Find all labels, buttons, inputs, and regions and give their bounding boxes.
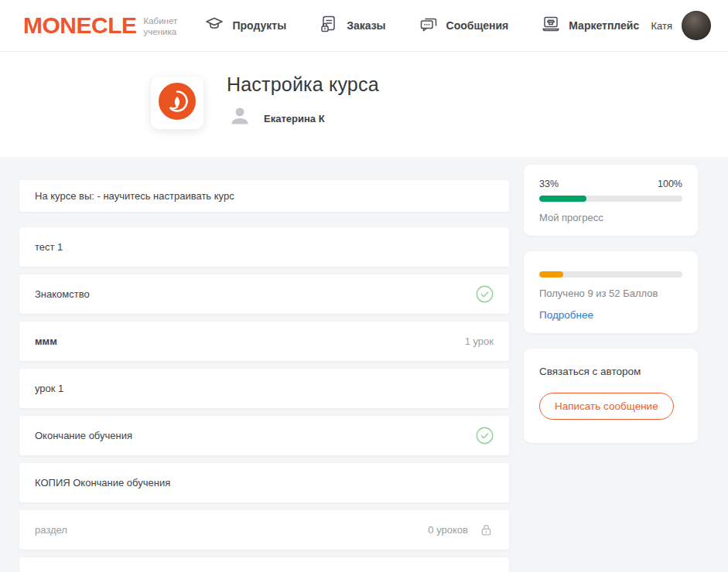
lesson-count: 0 уроков — [428, 524, 468, 536]
user-avatar[interactable] — [682, 11, 711, 40]
course-flame-leaf-icon — [159, 83, 196, 123]
logo-text: MONECLE — [23, 12, 137, 39]
course-progress-fill — [539, 196, 586, 202]
progress-current: 33% — [539, 179, 559, 189]
user-name: Катя — [651, 20, 672, 32]
lesson-title: На курсе вы: - научитесь настраивать кур… — [35, 190, 494, 202]
nav-item-messages[interactable]: Сообщения — [419, 14, 509, 37]
course-header: Настройка курса Екатерина К — [0, 52, 728, 157]
list-item-znakomstvo[interactable]: Знакомство — [19, 274, 509, 314]
logo-subtitle: Кабинет ученика — [144, 13, 178, 38]
list-item-mmm[interactable]: ммм 1 урок — [19, 322, 509, 361]
user-menu[interactable]: Катя — [651, 11, 711, 40]
points-label: Получено 9 из 52 Баллов — [539, 288, 682, 299]
lesson-title: раздел — [35, 524, 417, 536]
marketplace-icon — [541, 14, 561, 37]
page-title: Настройка курса — [227, 73, 379, 96]
nav-label-messages: Сообщения — [446, 19, 509, 32]
progress-percent-row: 33% 100% — [539, 179, 682, 189]
points-details-link[interactable]: Подробнее — [539, 309, 682, 321]
nav-label-orders: Заказы — [347, 19, 385, 32]
list-item-okonchanie[interactable]: Окончание обучения — [19, 416, 509, 455]
points-progress-bar — [539, 271, 682, 277]
lesson-title: Знакомство — [35, 288, 465, 300]
author-name: Екатерина К — [264, 113, 325, 124]
nav-item-orders[interactable]: Заказы — [319, 14, 385, 37]
write-message-button[interactable]: Написать сообщение — [539, 393, 674, 420]
list-item-test-1[interactable]: тест 1 — [19, 227, 509, 267]
progress-label: Мой прогресс — [539, 212, 682, 223]
orders-icon — [319, 14, 339, 37]
progress-card: 33% 100% Мой прогресс — [524, 165, 698, 236]
lesson-list: На курсе вы: - научитесь настраивать кур… — [19, 180, 509, 572]
lesson-count: 1 урок — [465, 335, 494, 347]
topbar: MONECLE Кабинет ученика Продукты — [0, 0, 728, 52]
lesson-title: ммм — [35, 335, 454, 347]
list-item-course-description[interactable]: На курсе вы: - научитесь настраивать кур… — [19, 180, 509, 212]
nav-label-marketplace: Маркетплейс — [569, 19, 639, 32]
graduation-cap-icon — [204, 14, 224, 37]
contact-card: Связаться с автором Написать сообщение — [524, 349, 698, 443]
completed-check-icon — [465, 427, 494, 444]
completed-check-icon — [465, 285, 494, 303]
author-avatar-icon — [227, 104, 253, 133]
logo[interactable]: MONECLE Кабинет ученика — [23, 12, 177, 39]
sidebar: 33% 100% Мой прогресс Получено 9 из 52 Б… — [524, 165, 698, 572]
course-progress-bar — [539, 196, 682, 202]
lesson-title: урок 1 — [35, 383, 494, 394]
course-logo-card — [151, 77, 203, 129]
author-row[interactable]: Екатерина К — [227, 104, 379, 133]
lesson-title: КОПИЯ Окончание обучения — [35, 477, 494, 489]
list-item-urok-1[interactable]: урок 1 — [19, 369, 509, 408]
top-navigation: Продукты Заказы — [200, 14, 643, 37]
progress-max: 100% — [658, 179, 682, 189]
contact-title: Связаться с автором — [539, 366, 682, 377]
points-card: Получено 9 из 52 Баллов Подробнее — [524, 251, 698, 333]
list-item-kopiya-okonchanie[interactable]: КОПИЯ Окончание обучения — [19, 463, 509, 502]
points-progress-fill — [539, 271, 563, 277]
lesson-title: тест 1 — [35, 241, 494, 253]
list-item-partial[interactable] — [19, 557, 509, 572]
nav-label-products: Продукты — [232, 19, 286, 32]
list-item-razdel[interactable]: раздел 0 уроков — [19, 510, 509, 550]
nav-item-marketplace[interactable]: Маркетплейс — [541, 14, 639, 37]
main-content: На курсе вы: - научитесь настраивать кур… — [0, 157, 728, 572]
nav-item-products[interactable]: Продукты — [204, 14, 286, 37]
lesson-title: Окончание обучения — [35, 430, 465, 441]
messages-icon — [419, 14, 439, 37]
course-header-text: Настройка курса Екатерина К — [227, 73, 379, 157]
lock-icon — [468, 523, 494, 537]
